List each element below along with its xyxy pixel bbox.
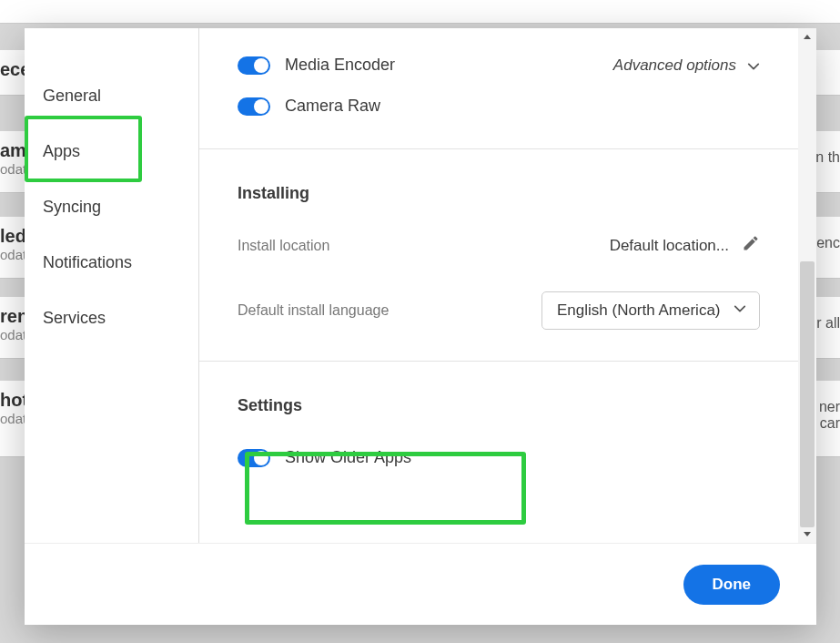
scrollbar[interactable]	[798, 28, 816, 543]
toggle-row-camera-raw: Camera Raw	[238, 86, 760, 127]
sidebar-item-general[interactable]: General	[25, 68, 198, 124]
done-button[interactable]: Done	[683, 565, 781, 605]
settings-section: Settings Show Older Apps	[199, 361, 798, 478]
sidebar-item-apps[interactable]: Apps	[25, 124, 198, 179]
scroll-area: Media Encoder Advanced options Camera Ra…	[199, 28, 798, 543]
toggle-label: Camera Raw	[285, 97, 380, 116]
install-location-value-wrap: Default location...	[610, 234, 760, 257]
bg-header	[0, 0, 840, 24]
advanced-options-link[interactable]: Advanced options	[613, 56, 760, 75]
sidebar-item-notifications[interactable]: Notifications	[25, 235, 198, 291]
sidebar-item-syncing[interactable]: Syncing	[25, 179, 198, 235]
scroll-up-button[interactable]	[798, 28, 816, 46]
sidebar-item-label: Apps	[43, 142, 80, 160]
sidebar-item-services[interactable]: Services	[25, 291, 198, 346]
modal-footer: Done	[25, 543, 816, 625]
sidebar-item-label: General	[43, 87, 101, 105]
section-title-installing: Installing	[238, 184, 760, 203]
toggle-row-show-older-apps: Show Older Apps	[238, 437, 760, 478]
sidebar-item-label: Services	[43, 309, 106, 327]
chevron-down-icon	[747, 59, 760, 72]
scroll-down-button[interactable]	[798, 525, 816, 543]
install-location-label: Install location	[238, 238, 329, 254]
auto-update-section: Media Encoder Advanced options Camera Ra…	[199, 28, 798, 127]
toggle-media-encoder[interactable]	[238, 56, 270, 75]
language-select-value: English (North America)	[557, 301, 721, 320]
bg-right: ner car	[819, 399, 840, 432]
install-location-row: Install location Default location...	[238, 225, 760, 266]
toggle-label: Show Older Apps	[285, 448, 411, 467]
chevron-down-icon	[734, 301, 746, 320]
bg-right: r all	[816, 315, 840, 332]
section-title-settings: Settings	[238, 396, 760, 415]
sidebar-item-label: Notifications	[43, 253, 132, 271]
pencil-icon[interactable]	[742, 234, 760, 257]
content-pane: Media Encoder Advanced options Camera Ra…	[199, 28, 816, 543]
bg-right: enc	[816, 235, 840, 251]
language-select[interactable]: English (North America)	[541, 291, 760, 330]
sidebar-item-label: Syncing	[43, 198, 101, 216]
toggle-camera-raw[interactable]	[238, 97, 270, 116]
install-location-value: Default location...	[610, 237, 729, 255]
scroll-thumb[interactable]	[800, 261, 815, 527]
advanced-options-label: Advanced options	[613, 56, 736, 75]
preferences-modal: General Apps Syncing Notifications Servi…	[25, 28, 816, 625]
toggle-show-older-apps[interactable]	[238, 449, 270, 467]
done-button-label: Done	[713, 576, 752, 593]
toggle-label: Media Encoder	[285, 56, 395, 75]
modal-body: General Apps Syncing Notifications Servi…	[25, 28, 816, 543]
install-language-row: Default install language English (North …	[238, 282, 760, 339]
installing-section: Installing Install location Default loca…	[199, 148, 798, 339]
toggle-row-media-encoder: Media Encoder Advanced options	[238, 45, 760, 86]
sidebar: General Apps Syncing Notifications Servi…	[25, 28, 199, 543]
install-language-label: Default install language	[238, 302, 389, 319]
bg-right: n th	[815, 149, 840, 166]
